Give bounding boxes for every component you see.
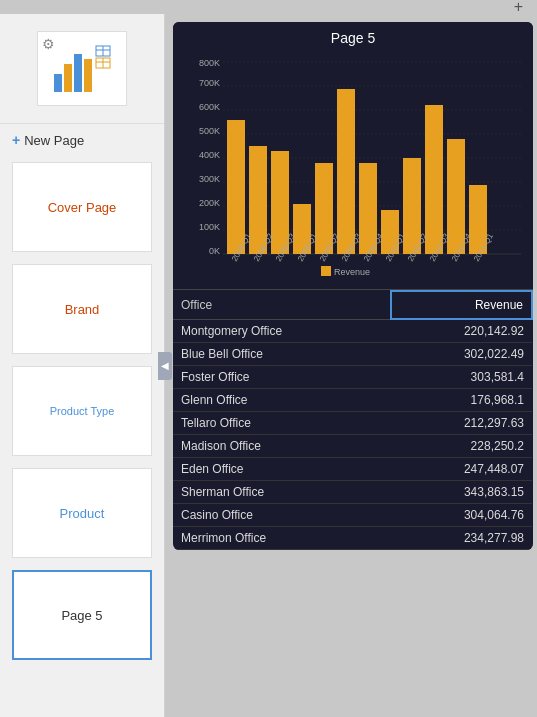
table-row: Madison Office228,250.2 [173, 435, 532, 458]
table-row: Tellaro Office212,297.63 [173, 412, 532, 435]
bar-2010q3 [425, 105, 443, 254]
table-row: Montgomery Office220,142.92 [173, 319, 532, 343]
table-cell-revenue: 303,581.4 [391, 366, 532, 389]
plus-icon: + [12, 132, 20, 148]
table-cell-revenue: 220,142.92 [391, 319, 532, 343]
svg-rect-1 [64, 64, 72, 92]
svg-text:700K: 700K [199, 78, 220, 88]
table-cell-revenue: 176,968.1 [391, 389, 532, 412]
table-cell-office: Blue Bell Office [173, 343, 391, 366]
bar-chart: 0K 100K 200K 300K 400K 500K 600K 700K 80… [181, 58, 526, 278]
svg-rect-3 [84, 59, 92, 92]
logo-box: ⚙ [37, 31, 127, 106]
sidebar-item-product-type[interactable]: Product Type [12, 366, 152, 456]
page-view: Page 5 0K 100K 200K 300K 400K 500K 600K … [165, 14, 537, 717]
table-cell-office: Tellaro Office [173, 412, 391, 435]
svg-text:0K: 0K [209, 246, 220, 256]
table-row: Merrimon Office234,277.98 [173, 527, 532, 550]
svg-text:400K: 400K [199, 150, 220, 160]
bar-2008q1 [227, 120, 245, 254]
table-row: Glenn Office176,968.1 [173, 389, 532, 412]
table-row: Foster Office303,581.4 [173, 366, 532, 389]
table-cell-revenue: 247,448.07 [391, 458, 532, 481]
chevron-left-icon: ◀ [161, 360, 169, 371]
sidebar: ⚙ + Ne [0, 14, 165, 717]
gear-icon: ⚙ [42, 36, 55, 52]
new-page-label: New Page [24, 133, 84, 148]
table-col-revenue: Revenue [391, 291, 532, 319]
page-thumb-label: Product Type [50, 405, 115, 417]
page-thumb-label: Cover Page [48, 200, 117, 215]
table-row: Sherman Office343,863.15 [173, 481, 532, 504]
legend-label: Revenue [334, 267, 370, 277]
table-cell-office: Merrimon Office [173, 527, 391, 550]
svg-text:500K: 500K [199, 126, 220, 136]
table-cell-office: Montgomery Office [173, 319, 391, 343]
table-cell-office: Madison Office [173, 435, 391, 458]
sidebar-item-brand[interactable]: Brand [12, 264, 152, 354]
table-cell-office: Sherman Office [173, 481, 391, 504]
svg-text:200K: 200K [199, 198, 220, 208]
page-thumb-label: Page 5 [61, 608, 102, 623]
table-cell-revenue: 212,297.63 [391, 412, 532, 435]
sidebar-item-product[interactable]: Product [12, 468, 152, 558]
page-title: Page 5 [173, 22, 533, 54]
table-cell-revenue: 302,022.49 [391, 343, 532, 366]
sidebar-toggle-button[interactable]: ◀ [158, 352, 172, 380]
table-row: Casino Office304,064.76 [173, 504, 532, 527]
table-col-office: Office [173, 291, 391, 319]
page-thumb-label: Brand [65, 302, 100, 317]
svg-rect-0 [54, 74, 62, 92]
table-cell-revenue: 234,277.98 [391, 527, 532, 550]
svg-text:600K: 600K [199, 102, 220, 112]
table-cell-office: Glenn Office [173, 389, 391, 412]
sidebar-item-page5[interactable]: Page 5 [12, 570, 152, 660]
table-cell-office: Casino Office [173, 504, 391, 527]
table-row: Blue Bell Office302,022.49 [173, 343, 532, 366]
logo-chart-icon [52, 44, 112, 94]
bar-2009q3 [337, 89, 355, 254]
sidebar-item-cover-page[interactable]: Cover Page [12, 162, 152, 252]
sidebar-logo: ⚙ [0, 14, 164, 124]
table-cell-office: Eden Office [173, 458, 391, 481]
new-page-button[interactable]: + New Page [0, 124, 164, 156]
table-cell-revenue: 343,863.15 [391, 481, 532, 504]
table-cell-revenue: 228,250.2 [391, 435, 532, 458]
page-panel: Page 5 0K 100K 200K 300K 400K 500K 600K … [173, 22, 533, 550]
svg-text:800K: 800K [199, 58, 220, 68]
table-cell-revenue: 304,064.76 [391, 504, 532, 527]
svg-text:300K: 300K [199, 174, 220, 184]
table-row: Eden Office247,448.07 [173, 458, 532, 481]
legend-icon [321, 266, 331, 276]
svg-rect-2 [74, 54, 82, 92]
table-cell-office: Foster Office [173, 366, 391, 389]
page-thumb-label: Product [60, 506, 105, 521]
revenue-table: Office Revenue Montgomery Office220,142.… [173, 290, 533, 550]
chart-container: 0K 100K 200K 300K 400K 500K 600K 700K 80… [173, 54, 533, 290]
svg-text:100K: 100K [199, 222, 220, 232]
sidebar-pages: Cover Page Brand Product Type Product Pa… [0, 156, 164, 717]
